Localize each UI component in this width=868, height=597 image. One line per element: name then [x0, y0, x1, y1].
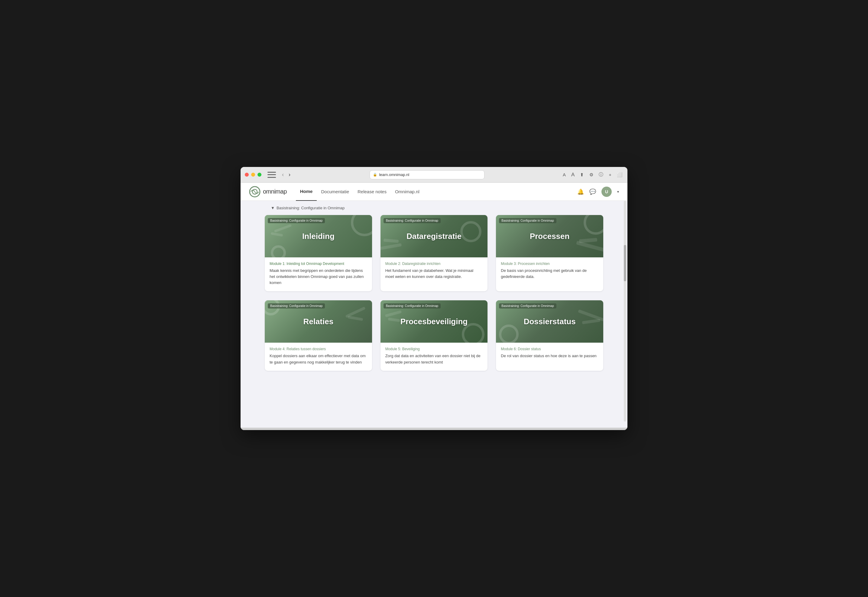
user-menu-chevron[interactable]: ▾ [617, 190, 619, 194]
fullscreen-button[interactable] [258, 173, 261, 177]
card-module-relaties: Module 4: Relaties tussen dossiers [270, 347, 367, 351]
settings-button[interactable]: ⚙ [589, 171, 594, 178]
user-avatar[interactable]: U [601, 187, 612, 197]
nav-release-notes[interactable]: Release notes [353, 183, 391, 201]
card-title-relaties: Relaties [303, 317, 333, 326]
card-desc-processen: De basis van procesinrichting met gebrui… [501, 268, 598, 280]
close-button[interactable] [245, 173, 249, 177]
sidebar-toggle-button[interactable] [268, 172, 276, 178]
address-bar: 🔒 learn.omnimap.nl [295, 170, 559, 179]
nav-home[interactable]: Home [296, 183, 317, 201]
card-body-dataregistratie: Module 2: Dataregistratie inrichten Het … [381, 257, 488, 285]
card-module-processen: Module 3: Processen inrichten [501, 261, 598, 266]
toolbar-actions: A A ⬆ ⚙ ⓘ + ⬜ [562, 171, 623, 178]
card-desc-dataregistratie: Het fundament van je databeheer. Wat je … [385, 268, 483, 280]
card-dataregistratie[interactable]: Basistraining: Configuratie in Omnimap D… [381, 215, 488, 291]
card-image-dataregistratie: Basistraining: Configuratie in Omnimap D… [381, 215, 488, 257]
logo[interactable]: omnimap [249, 186, 287, 198]
forward-button[interactable]: › [287, 171, 292, 178]
font-small-button[interactable]: A [562, 171, 566, 178]
main-content: ▼ Basistraining: Configuratie in Omnimap… [241, 201, 627, 428]
card-module-inleiding: Module 1: Inleiding tot Omnimap Developm… [270, 261, 367, 266]
card-inleiding[interactable]: Basistraining: Configuratie in Omnimap I… [265, 215, 372, 291]
logo-text: omnimap [263, 188, 287, 195]
nav-documentatie[interactable]: Documentatie [317, 183, 353, 201]
card-title-inleiding: Inleiding [302, 232, 335, 241]
lock-icon: 🔒 [373, 173, 377, 177]
mac-window: ‹ › 🔒 learn.omnimap.nl A A ⬆ ⚙ ⓘ + ⬜ [241, 167, 627, 430]
card-module-procesbeveiliging: Module 5: Beveiliging [385, 347, 483, 351]
card-title-procesbeveiliging: Procesbeveiliging [400, 317, 468, 326]
nav-arrows: ‹ › [280, 171, 292, 178]
scrollbar-track [624, 201, 626, 422]
card-image-inleiding: Basistraining: Configuratie in Omnimap I… [265, 215, 372, 257]
card-image-dossierstatus: Basistraining: Configuratie in Omnimap D… [496, 300, 603, 343]
tabs-overview-button[interactable]: ⬜ [616, 171, 623, 178]
card-tag-processen: Basistraining: Configuratie in Omnimap [499, 218, 556, 223]
card-procesbeveiliging[interactable]: Basistraining: Configuratie in Omnimap P… [381, 300, 488, 370]
card-tag-dataregistratie: Basistraining: Configuratie in Omnimap [384, 218, 441, 223]
nav-omnimap-nl[interactable]: Omnimap.nl [391, 183, 424, 201]
card-body-procesbeveiliging: Module 5: Beveiliging Zorg dat data en a… [381, 343, 488, 370]
info-button[interactable]: ⓘ [598, 171, 604, 178]
titlebar: ‹ › 🔒 learn.omnimap.nl A A ⬆ ⚙ ⓘ + ⬜ [241, 167, 627, 183]
card-desc-dossierstatus: De rol van dossier status en hoe deze is… [501, 353, 598, 359]
card-image-processen: Basistraining: Configuratie in Omnimap P… [496, 215, 603, 257]
chat-button[interactable]: 💬 [590, 189, 596, 195]
card-desc-procesbeveiliging: Zorg dat data en activiteiten van een do… [385, 353, 483, 365]
scrollbar-thumb[interactable] [624, 245, 626, 281]
minimize-button[interactable] [251, 173, 255, 177]
card-tag-relaties: Basistraining: Configuratie in Omnimap [268, 303, 325, 309]
card-title-dataregistratie: Dataregistratie [406, 232, 462, 241]
card-dossierstatus[interactable]: Basistraining: Configuratie in Omnimap D… [496, 300, 603, 370]
card-title-dossierstatus: Dossierstatus [524, 317, 576, 326]
traffic-lights [245, 173, 261, 177]
card-relaties[interactable]: Basistraining: Configuratie in Omnimap R… [265, 300, 372, 370]
cards-row-1: Basistraining: Configuratie in Omnimap I… [265, 215, 603, 291]
card-processen[interactable]: Basistraining: Configuratie in Omnimap P… [496, 215, 603, 291]
share-button[interactable]: ⬆ [579, 171, 585, 178]
card-image-relaties: Basistraining: Configuratie in Omnimap R… [265, 300, 372, 343]
cards-section: Basistraining: Configuratie in Omnimap I… [241, 215, 627, 371]
breadcrumb-text: Basistraining: Configuratie in Omnimap [277, 206, 345, 210]
breadcrumb: ▼ Basistraining: Configuratie in Omnimap [241, 206, 627, 215]
breadcrumb-arrow: ▼ [271, 206, 275, 210]
font-large-button[interactable]: A [570, 171, 575, 178]
horizontal-scrollbar [241, 428, 627, 430]
card-tag-dossierstatus: Basistraining: Configuratie in Omnimap [499, 303, 556, 309]
avatar-initials: U [605, 189, 608, 194]
main-nav: Home Documentatie Release notes Omnimap.… [296, 183, 424, 201]
card-image-procesbeveiliging: Basistraining: Configuratie in Omnimap P… [381, 300, 488, 343]
card-desc-inleiding: Maak kennis met begrippen en onderdelen … [270, 268, 367, 286]
card-body-dossierstatus: Module 6: Dossier status De rol van doss… [496, 343, 603, 364]
url-text: learn.omnimap.nl [379, 172, 409, 177]
back-button[interactable]: ‹ [280, 171, 286, 178]
nav-right: 🔔 💬 U ▾ [577, 187, 619, 197]
site-navbar: omnimap Home Documentatie Release notes … [241, 183, 627, 201]
card-module-dossierstatus: Module 6: Dossier status [501, 347, 598, 351]
cards-row-2: Basistraining: Configuratie in Omnimap R… [265, 300, 603, 370]
card-body-processen: Module 3: Processen inrichten De basis v… [496, 257, 603, 285]
card-body-inleiding: Module 1: Inleiding tot Omnimap Developm… [265, 257, 372, 291]
card-tag-inleiding: Basistraining: Configuratie in Omnimap [268, 218, 325, 223]
card-desc-relaties: Koppel dossiers aan elkaar om effectieve… [270, 353, 367, 365]
card-module-dataregistratie: Module 2: Dataregistratie inrichten [385, 261, 483, 266]
notifications-button[interactable]: 🔔 [577, 189, 584, 195]
card-tag-procesbeveiliging: Basistraining: Configuratie in Omnimap [384, 303, 441, 309]
card-body-relaties: Module 4: Relaties tussen dossiers Koppe… [265, 343, 372, 370]
card-title-processen: Processen [530, 232, 570, 241]
new-tab-button[interactable]: + [608, 171, 612, 178]
logo-icon [249, 186, 261, 198]
url-input[interactable]: 🔒 learn.omnimap.nl [370, 170, 484, 179]
